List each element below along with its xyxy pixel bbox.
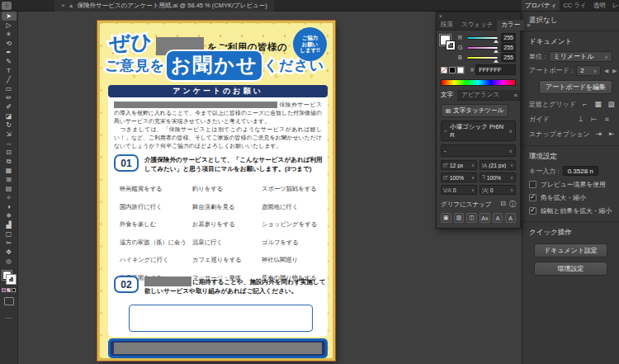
channel-value-field[interactable]: 255 (501, 43, 516, 52)
keyboard-increment-field[interactable]: 0.3528 n (563, 166, 598, 176)
glyph-option-button-0[interactable]: ▣ (441, 213, 451, 223)
hex-value-field[interactable]: FFFFFF (475, 64, 516, 75)
artboard-tool[interactable]: ▢ (2, 229, 17, 239)
vertical-scale-field[interactable]: IT100%∨ (441, 173, 477, 182)
selection-tool[interactable]: ➤ (2, 12, 17, 21)
horizontal-scale-field[interactable]: Ꞁ100%∨ (480, 173, 516, 182)
shaper-tool[interactable]: ✐ (2, 102, 17, 111)
guides-icon-1[interactable]: ⟝ (588, 114, 599, 124)
font-family-select[interactable]: ⌕ 小塚ゴシック Pr6N R ∨ (441, 121, 516, 141)
pref-check-row[interactable]: 角を拡大・縮小 (522, 191, 619, 204)
panel-menu-icon[interactable]: ≡ (512, 92, 520, 99)
checkbox[interactable] (529, 181, 536, 188)
guides-icon-2[interactable]: ⌗ (602, 114, 612, 124)
tab-cc-libraries[interactable]: CC ライ (560, 0, 589, 11)
previous-artboard-icon[interactable]: ◀ (604, 68, 608, 74)
tab-swatches[interactable]: スウォッチ (457, 20, 497, 31)
tab-color[interactable]: カラー (497, 20, 524, 31)
color-fill-stroke-proxy[interactable] (441, 35, 455, 50)
close-tab-icon[interactable]: × (61, 2, 65, 9)
channel-value-field[interactable]: 255 (501, 53, 516, 62)
scale-tool[interactable]: ⇲ (2, 130, 17, 139)
tab-character[interactable]: 文字 (437, 90, 457, 101)
white-swatch[interactable] (457, 67, 464, 73)
glyph-option-button-1[interactable]: ▥ (454, 213, 465, 223)
font-style-select[interactable]: - ∨ (441, 144, 516, 157)
paintbrush-tool[interactable]: ✏ (2, 93, 17, 102)
magic-wand-tool[interactable]: ✳ (2, 30, 17, 39)
glyph-option-button-2[interactable]: ◫ (466, 213, 477, 223)
glyph-option-button-3[interactable]: Ax (480, 213, 490, 223)
none-button[interactable] (12, 288, 16, 292)
artboard-page[interactable]: ご協力 お願い します!! ぜひ をご利用の皆様の ご意見を お聞かせ ください… (97, 21, 335, 361)
pref-check-row[interactable]: プレビュー境界を使用 (522, 177, 619, 191)
stroke-proxy[interactable] (447, 41, 455, 50)
tab-paragraph[interactable]: 段落 (437, 20, 457, 31)
draw-mode-button[interactable] (4, 297, 14, 305)
channel-slider[interactable] (466, 56, 499, 59)
checkbox[interactable] (529, 194, 536, 201)
glyph-option-button-5[interactable]: Α (505, 213, 516, 223)
free-transform-tool[interactable]: ⊡ (2, 148, 17, 157)
column-graph-tool[interactable]: ▟ (2, 220, 17, 229)
hand-tool[interactable]: ✥ (2, 248, 17, 257)
type-tool[interactable]: T (2, 66, 17, 75)
tab-transparency[interactable]: 透明 (590, 0, 609, 11)
none-swatch[interactable] (441, 67, 447, 73)
color-spectrum-bar[interactable] (441, 79, 516, 86)
kerning-field[interactable]: V∕A0∨ (441, 185, 477, 195)
stroke-swatch[interactable] (7, 275, 16, 284)
rulers-icon-2[interactable]: ▨ (606, 99, 617, 109)
lasso-tool[interactable]: ⟲ (2, 39, 17, 48)
gradient-button[interactable] (7, 288, 11, 292)
leading-field[interactable]: tA(21 px)∨ (480, 160, 516, 170)
document-tab[interactable]: × ▲ 保険外サービスのアンケート用紙.ai @ 58.45 % (CMYK/プ… (54, 0, 274, 12)
eraser-tool[interactable]: ◪ (2, 111, 17, 121)
direct-selection-tool[interactable]: ▷ (2, 21, 17, 30)
tab-properties[interactable]: プロパティ (522, 0, 560, 11)
channel-slider[interactable] (466, 36, 499, 40)
pref-check-row[interactable]: 線幅と効果を拡大・縮小 (522, 204, 619, 217)
black-swatch[interactable] (449, 67, 456, 73)
tracking-field[interactable]: ¦A¦0∨ (480, 185, 516, 195)
gradient-tool[interactable]: ▤ (2, 184, 17, 193)
fill-stroke-proxy[interactable] (2, 271, 16, 284)
pen-tool[interactable]: ✒ (2, 48, 17, 57)
rulers-icon-0[interactable]: ⌐ (579, 99, 590, 109)
curvature-tool[interactable]: ✎ (2, 57, 17, 66)
channel-value-field[interactable]: 255 (501, 33, 516, 42)
mesh-tool[interactable]: ⊞ (2, 175, 17, 184)
color-button[interactable] (2, 288, 6, 292)
font-size-field[interactable]: tT12 px∨ (441, 160, 477, 170)
glyph-snap-icon-0[interactable]: ⊡ (500, 200, 506, 209)
shape-builder-tool[interactable]: ⧉ (2, 157, 17, 166)
rotate-tool[interactable]: ↻ (2, 121, 17, 130)
symbol-sprayer-tool[interactable]: ✵ (2, 211, 17, 220)
panel-menu-icon[interactable]: ≡ (524, 21, 532, 29)
zoom-tool[interactable]: ◎ (2, 257, 17, 266)
blend-tool[interactable]: ◑ (2, 202, 17, 211)
guides-icon-0[interactable]: ⟘ (575, 114, 586, 124)
glyph-option-button-4[interactable]: A (493, 213, 503, 223)
tab-appearance[interactable]: アピアランス (457, 90, 503, 101)
glyph-snap-icon-1[interactable]: ⓘ (509, 200, 516, 209)
artboard-select[interactable]: 2 ∨ (576, 65, 601, 76)
close-panel-icon[interactable]: × (439, 13, 442, 19)
edit-toolbar-icon[interactable]: … (5, 312, 12, 320)
slice-tool[interactable]: ✂ (2, 239, 17, 248)
rulers-icon-1[interactable]: ▦ (593, 99, 603, 109)
line-segment-tool[interactable]: ╱ (2, 75, 17, 84)
units-select[interactable]: ミリメートル ∨ (549, 51, 612, 62)
eyedropper-tool[interactable]: ✧ (2, 193, 17, 202)
preferences-button[interactable]: 環境設定 (534, 262, 607, 276)
edit-artboards-button[interactable]: アートボードを編集 (539, 80, 612, 94)
snapopt-icon-0[interactable]: ⇥ (593, 129, 604, 139)
checkbox[interactable] (529, 207, 536, 215)
channel-slider[interactable] (466, 46, 499, 50)
next-artboard-icon[interactable]: ▶ (612, 68, 617, 74)
panel-collapse-icon[interactable]: ⠿ (2, 2, 12, 10)
tab-layers[interactable]: レイヤー (609, 0, 619, 11)
touch-type-tool-button[interactable]: ⊞ 文字タッチツール (441, 104, 508, 117)
width-tool[interactable]: ↔ (2, 139, 17, 148)
snapopt-icon-1[interactable]: ⇤ (607, 129, 617, 139)
